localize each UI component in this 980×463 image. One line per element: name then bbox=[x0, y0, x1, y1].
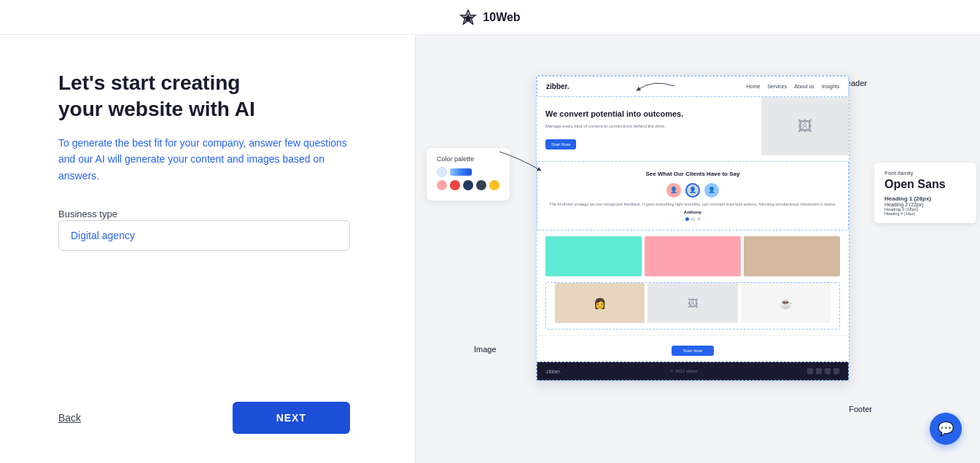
footer-copy: © 2022 zibber bbox=[671, 369, 698, 373]
dot-2 bbox=[697, 217, 701, 221]
image-annotation: Image bbox=[474, 345, 497, 354]
business-type-label: Business type bbox=[58, 209, 117, 219]
nav-insights: Insights bbox=[822, 84, 839, 89]
site-testimonial: See What Our Clients Have to Say 👤 👤 👤 T… bbox=[537, 161, 849, 231]
site-nav: zibber. Home Services About us Insights bbox=[537, 76, 849, 97]
grid-img-3 bbox=[744, 236, 840, 276]
nav-services: Services bbox=[767, 84, 787, 89]
logo-text: 10Web bbox=[483, 11, 520, 24]
image-grid-bottom: 👩 🖼 ☕ bbox=[545, 282, 840, 330]
chat-icon: 💬 bbox=[938, 421, 954, 437]
heading-2: Heading 2 (22px) bbox=[884, 202, 966, 207]
testimonial-title: See What Our Clients Have to Say bbox=[546, 171, 839, 177]
grid-img-6: ☕ bbox=[741, 283, 831, 323]
site-nav-links: Home Services About us Insights bbox=[747, 84, 839, 89]
avatar-3: 👤 bbox=[704, 183, 719, 198]
bottom-actions: Back NEXT bbox=[58, 402, 350, 434]
page-subtext: To generate the best fit for your compan… bbox=[58, 135, 350, 184]
dot-1 bbox=[691, 217, 695, 221]
business-type-input[interactable] bbox=[58, 220, 350, 251]
grid-img-2 bbox=[645, 236, 741, 276]
business-type-field: Business type bbox=[58, 207, 357, 251]
avatar-2: 👤 bbox=[685, 183, 700, 198]
swatch-red bbox=[450, 180, 460, 190]
right-panel: Header Color palette Font-family Open Sa… bbox=[416, 35, 980, 463]
social-icon-4 bbox=[833, 368, 839, 374]
social-icon-1 bbox=[807, 368, 813, 374]
nav-about: About us bbox=[794, 84, 814, 89]
site-footer: zibber. © 2022 zibber bbox=[537, 362, 849, 381]
swatch-red-light bbox=[437, 180, 447, 190]
color-palette-card: Color palette bbox=[427, 148, 510, 201]
palette-row-1 bbox=[437, 167, 499, 177]
testimonial-text: The AI-driven strategy we use recognizes… bbox=[546, 202, 839, 208]
next-button[interactable]: NEXT bbox=[233, 402, 350, 434]
page-heading: Let's start creatingyour website with AI bbox=[58, 70, 357, 123]
left-panel: Let's start creatingyour website with AI… bbox=[0, 35, 416, 463]
site-hero-left: We convert potential into outcomes. Mana… bbox=[537, 97, 761, 161]
dot-active bbox=[685, 217, 689, 221]
heading-4: Heading 4 (14px) bbox=[884, 211, 966, 216]
site-hero-sub: Manage every kind of content to connecti… bbox=[545, 123, 752, 129]
avatar-1: 👤 bbox=[666, 183, 681, 198]
font-family-card: Font-family Open Sans Heading 1 (28px) H… bbox=[874, 163, 976, 223]
chat-bubble[interactable]: 💬 bbox=[930, 413, 962, 445]
font-name: Open Sans bbox=[884, 178, 966, 191]
swatch-gray bbox=[476, 180, 486, 190]
swatch-navy bbox=[463, 180, 473, 190]
website-preview: zibber. Home Services About us Insights … bbox=[536, 75, 849, 381]
top-bar: 10Web bbox=[0, 0, 980, 35]
site-cta-btn: Start Now bbox=[672, 346, 714, 356]
grid-img-1 bbox=[545, 236, 642, 276]
left-inner: Let's start creatingyour website with AI… bbox=[58, 70, 357, 402]
back-button[interactable]: Back bbox=[58, 412, 81, 424]
palette-title: Color palette bbox=[437, 155, 499, 163]
social-icon-2 bbox=[816, 368, 822, 374]
palette-row-2 bbox=[437, 180, 499, 190]
10web-logo-icon bbox=[459, 9, 477, 26]
testimonial-name: Anthony bbox=[546, 210, 839, 214]
site-nav-logo: zibber. bbox=[546, 82, 569, 90]
site-hero-title: We convert potential into outcomes. bbox=[545, 109, 752, 119]
social-icon-3 bbox=[825, 368, 831, 374]
logo-area: 10Web bbox=[459, 9, 520, 26]
footer-social-icons bbox=[807, 368, 839, 374]
grid-img-5: 🖼 bbox=[648, 283, 737, 323]
footer-logo: zibber. bbox=[546, 369, 561, 374]
site-hero: We convert potential into outcomes. Mana… bbox=[537, 97, 849, 161]
swatch-gradient-blue bbox=[450, 168, 472, 176]
image-grid-top bbox=[537, 230, 849, 282]
main-content: Let's start creatingyour website with AI… bbox=[0, 35, 980, 463]
hero-image-placeholder: 🖼 bbox=[798, 118, 812, 135]
testimonial-avatars: 👤 👤 👤 bbox=[546, 183, 839, 198]
site-hero-btn: Start Now bbox=[545, 139, 576, 149]
swatch-1 bbox=[437, 167, 447, 177]
font-family-label: Font-family bbox=[884, 170, 966, 176]
footer-annotation: Footer bbox=[849, 405, 872, 413]
site-cta: Start Now bbox=[537, 335, 849, 362]
swatch-yellow bbox=[489, 180, 499, 190]
nav-home: Home bbox=[747, 84, 761, 89]
heading-1: Heading 1 (28px) bbox=[884, 195, 966, 202]
testimonial-dots bbox=[546, 217, 839, 221]
site-hero-image: 🖼 bbox=[761, 97, 849, 155]
grid-img-4: 👩 bbox=[555, 283, 645, 323]
